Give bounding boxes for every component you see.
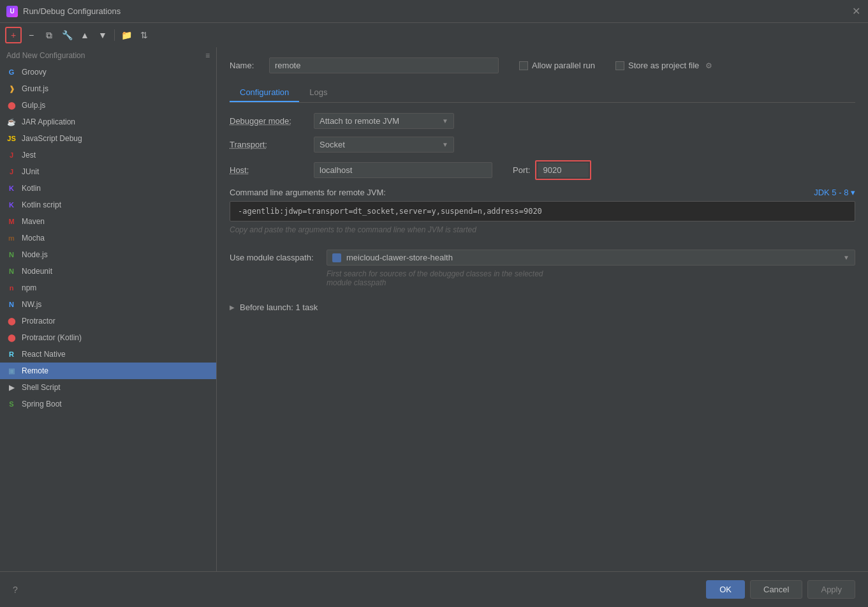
sidebar-item-label-protractor-kotlin: Protractor (Kotlin) [22, 333, 82, 342]
app-icon: U [6, 6, 18, 17]
allow-parallel-check[interactable]: Allow parallel run [519, 61, 595, 70]
gear-icon[interactable]: ⚙ [705, 61, 712, 70]
before-launch-arrow-icon: ▶ [230, 304, 235, 311]
folder-button[interactable]: 📁 [118, 27, 135, 43]
add-configuration-button[interactable]: + [5, 27, 22, 43]
move-up-button[interactable]: ▲ [77, 27, 93, 43]
sidebar-item-jar[interactable]: ☕JAR Application [0, 114, 216, 130]
debugger-mode-arrow: ▼ [442, 117, 448, 124]
name-input[interactable] [269, 57, 499, 73]
before-launch-section[interactable]: ▶ Before launch: 1 task [230, 303, 855, 312]
port-highlight-box [535, 160, 591, 180]
run-debug-dialog: U Run/Debug Configurations ✕ + − ⧉ 🔧 ▲ ▼… [0, 0, 868, 607]
transport-row: Transport: Socket ▼ [230, 137, 855, 153]
sidebar-item-spring-boot[interactable]: SSpring Boot [0, 396, 216, 412]
sidebar-item-protractor-kotlin[interactable]: ⬤Protractor (Kotlin) [0, 329, 216, 346]
icon-gulp: ⬤ [6, 100, 17, 110]
before-launch-label: Before launch: 1 task [240, 303, 318, 312]
host-label: Host: [230, 165, 306, 175]
sidebar-item-protractor[interactable]: ⬤Protractor [0, 313, 216, 329]
sidebar-item-label-protractor: Protractor [22, 317, 55, 326]
icon-node: N [6, 250, 17, 260]
host-input[interactable] [314, 162, 492, 178]
icon-junit: J [6, 167, 17, 177]
sidebar-item-grunt[interactable]: ❱Grunt.js [0, 80, 216, 97]
cmd-args-header: Command line arguments for remote JVM: J… [230, 188, 855, 197]
sidebar: Add New Configuration ≡ GGroovy❱Grunt.js… [0, 47, 217, 571]
sidebar-item-kotlin-script[interactable]: KKotlin script [0, 197, 216, 213]
icon-protractor-kotlin: ⬤ [6, 333, 17, 343]
module-classpath-label: Use module classpath: [230, 253, 319, 262]
icon-spring-boot: S [6, 399, 17, 409]
tabs: Configuration Logs [230, 84, 855, 103]
icon-nw: N [6, 299, 17, 310]
sidebar-item-gulp[interactable]: ⬤Gulp.js [0, 97, 216, 114]
icon-shell-script: ▶ [6, 382, 17, 393]
sidebar-item-remote[interactable]: ▣Remote [0, 363, 216, 379]
sidebar-item-label-kotlin-script: Kotlin script [22, 200, 61, 209]
tab-logs[interactable]: Logs [299, 84, 337, 102]
main-content: Add New Configuration ≡ GGroovy❱Grunt.js… [0, 47, 868, 571]
debugger-mode-dropdown[interactable]: Attach to remote JVM ▼ [314, 113, 454, 129]
sidebar-item-node[interactable]: NNode.js [0, 246, 216, 263]
ok-button[interactable]: OK [706, 580, 745, 599]
add-new-config-label: Add New Configuration [6, 51, 85, 60]
module-hint-line2: module classpath [327, 278, 386, 287]
allow-parallel-checkbox[interactable] [519, 61, 528, 70]
sidebar-item-jest[interactable]: JJest [0, 147, 216, 163]
remove-configuration-button[interactable]: − [23, 27, 40, 43]
sidebar-item-groovy[interactable]: GGroovy [0, 64, 216, 80]
icon-nodeunit: N [6, 266, 17, 276]
module-hint-line1: First search for sources of the debugged… [327, 269, 543, 278]
debugger-mode-value: Attach to remote JVM [320, 116, 399, 126]
transport-arrow: ▼ [442, 141, 448, 148]
sidebar-item-shell-script[interactable]: ▶Shell Script [0, 379, 216, 396]
apply-button[interactable]: Apply [807, 580, 855, 599]
sidebar-item-label-jar: JAR Application [22, 117, 75, 126]
sidebar-menu-icon[interactable]: ≡ [205, 51, 210, 60]
sidebar-item-kotlin[interactable]: KKotlin [0, 180, 216, 197]
sidebar-item-mocha[interactable]: mMocha [0, 230, 216, 246]
icon-groovy: G [6, 67, 17, 77]
store-as-project-check[interactable]: Store as project file ⚙ [615, 61, 712, 70]
sidebar-item-js-debug[interactable]: JSJavaScript Debug [0, 130, 216, 147]
sidebar-item-label-nodeunit: Nodeunit [22, 267, 52, 276]
sidebar-item-label-js-debug: JavaScript Debug [22, 134, 82, 143]
port-input[interactable] [538, 163, 589, 177]
debugger-mode-label: Debugger mode: [230, 116, 306, 126]
sort-button[interactable]: ⇅ [136, 27, 152, 43]
sidebar-item-label-npm: npm [22, 283, 36, 292]
copy-configuration-button[interactable]: ⧉ [41, 27, 57, 43]
name-row: Name: Allow parallel run Store as projec… [230, 57, 855, 73]
title-bar: U Run/Debug Configurations ✕ [0, 0, 868, 23]
store-as-project-checkbox[interactable] [615, 61, 624, 70]
sidebar-header: Add New Configuration ≡ [0, 47, 216, 64]
toolbar: + − ⧉ 🔧 ▲ ▼ 📁 ⇅ [0, 23, 868, 47]
wrench-button[interactable]: 🔧 [59, 27, 75, 43]
help-icon[interactable]: ? [13, 585, 18, 595]
icon-remote: ▣ [6, 366, 17, 376]
cancel-button[interactable]: Cancel [750, 580, 802, 599]
title-bar-left: U Run/Debug Configurations [6, 6, 121, 17]
name-field-label: Name: [230, 61, 261, 70]
icon-mocha: m [6, 233, 17, 243]
sidebar-item-junit[interactable]: JJUnit [0, 163, 216, 180]
bottom-bar: ? OK Cancel Apply [0, 571, 868, 607]
close-button[interactable]: ✕ [850, 6, 862, 17]
sidebar-item-maven[interactable]: MMaven [0, 213, 216, 230]
module-classpath-row: Use module classpath: meicloud-clawer-st… [230, 250, 855, 266]
sidebar-item-nw[interactable]: NNW.js [0, 296, 216, 313]
cmd-args-label: Command line arguments for remote JVM: [230, 188, 386, 197]
allow-parallel-label: Allow parallel run [532, 61, 595, 70]
jdk-version-selector[interactable]: JDK 5 - 8 ▾ [814, 188, 855, 197]
sidebar-item-react-native[interactable]: RReact Native [0, 346, 216, 363]
module-classpath-dropdown[interactable]: meicloud-clawer-store-health ▼ [327, 250, 855, 266]
sidebar-item-npm[interactable]: nnpm [0, 280, 216, 296]
sidebar-item-nodeunit[interactable]: NNodeunit [0, 263, 216, 280]
module-classpath-value: meicloud-clawer-store-health [346, 253, 453, 262]
sidebar-item-label-junit: JUnit [22, 167, 39, 176]
cmd-args-hint: Copy and paste the arguments to the comm… [230, 225, 855, 234]
tab-configuration[interactable]: Configuration [230, 84, 299, 102]
move-down-button[interactable]: ▼ [94, 27, 111, 43]
transport-dropdown[interactable]: Socket ▼ [314, 137, 454, 153]
